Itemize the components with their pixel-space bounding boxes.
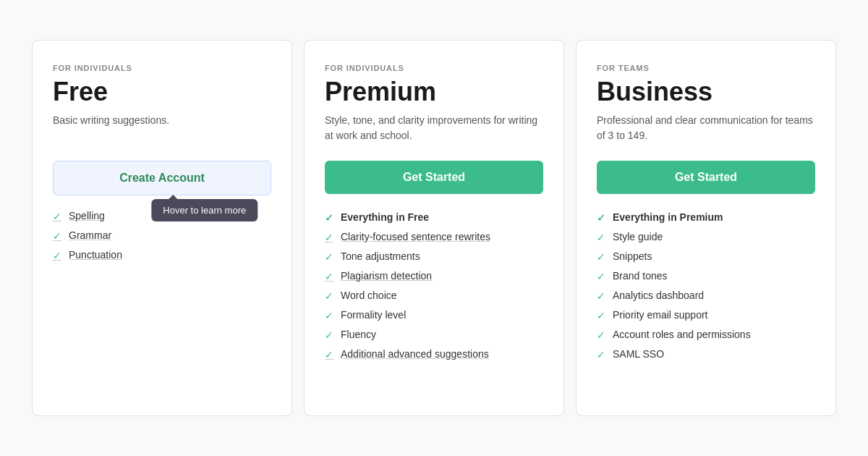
create-account-button[interactable]: Create Account xyxy=(53,161,271,195)
feature-text: Additional advanced suggestions xyxy=(341,348,489,360)
check-icon: ✓ xyxy=(325,251,333,263)
feature-item: ✓Word choice xyxy=(325,290,543,302)
check-icon: ✓ xyxy=(325,232,333,243)
feature-item: ✓Tone adjustments xyxy=(325,250,543,263)
feature-item: ✓Snippets xyxy=(597,250,815,263)
feature-text: Clarity-focused sentence rewrites xyxy=(341,231,490,242)
feature-item: ✓Style guide xyxy=(597,231,815,243)
feature-text: Spelling xyxy=(69,210,105,221)
plan-name: Premium xyxy=(325,77,543,107)
check-icon: ✓ xyxy=(325,290,333,302)
feature-item: ✓Grammar xyxy=(53,229,271,242)
feature-text: Punctuation xyxy=(69,249,122,261)
feature-text: Everything in Free xyxy=(341,211,429,223)
plan-audience: FOR TEAMS xyxy=(597,64,815,72)
check-icon: ✓ xyxy=(597,329,605,341)
feature-text: Everything in Premium xyxy=(613,211,723,223)
check-icon: ✓ xyxy=(325,329,333,341)
get-started-button-business[interactable]: Get Started xyxy=(597,161,815,194)
feature-item: ✓Brand tones xyxy=(597,270,815,282)
check-icon: ✓ xyxy=(325,212,333,224)
feature-text: Formality level xyxy=(341,309,406,321)
check-icon: ✓ xyxy=(597,290,605,302)
pricing-container: FOR INDIVIDUALSFreeBasic writing suggest… xyxy=(0,11,868,445)
check-icon: ✓ xyxy=(53,211,61,222)
feature-text: Plagiarism detection xyxy=(341,270,432,282)
get-started-button-premium[interactable]: Get Started xyxy=(325,161,543,194)
feature-text: Tone adjustments xyxy=(341,250,420,262)
check-icon: ✓ xyxy=(597,251,605,263)
plan-description: Style, tone, and clarity improvements fo… xyxy=(325,113,543,143)
feature-text: Account roles and permissions xyxy=(613,329,751,340)
plan-card-premium: FOR INDIVIDUALSPremiumStyle, tone, and c… xyxy=(304,40,564,416)
feature-item: ✓Plagiarism detection xyxy=(325,270,543,282)
feature-item: ✓Everything in Free xyxy=(325,211,543,224)
feature-item: ✓Clarity-focused sentence rewrites xyxy=(325,231,543,243)
feature-text: Priority email support xyxy=(613,309,708,321)
check-icon: ✓ xyxy=(53,250,61,261)
feature-item: ✓Priority email support xyxy=(597,309,815,321)
check-icon: ✓ xyxy=(597,232,605,243)
feature-text: Analytics dashboard xyxy=(613,290,704,301)
check-icon: ✓ xyxy=(325,349,333,360)
plan-card-free: FOR INDIVIDUALSFreeBasic writing suggest… xyxy=(32,40,292,416)
plan-audience: FOR INDIVIDUALS xyxy=(325,64,543,72)
plan-card-business: FOR TEAMSBusinessProfessional and clear … xyxy=(576,40,836,416)
check-icon: ✓ xyxy=(597,212,605,224)
feature-text: Grammar xyxy=(69,229,111,241)
feature-text: Word choice xyxy=(341,290,397,301)
feature-text: Brand tones xyxy=(613,270,668,282)
feature-item: ✓Analytics dashboard xyxy=(597,290,815,302)
feature-list: ✓Everything in Free✓Clarity-focused sent… xyxy=(325,211,543,360)
plan-description: Professional and clear communication for… xyxy=(597,113,815,143)
feature-item: ✓Fluency xyxy=(325,329,543,341)
plan-name: Free xyxy=(53,77,271,107)
check-icon: ✓ xyxy=(325,271,333,282)
feature-item: ✓SAML SSO xyxy=(597,348,815,360)
check-icon: ✓ xyxy=(325,310,333,321)
feature-text: Fluency xyxy=(341,329,376,340)
plan-name: Business xyxy=(597,77,815,107)
plan-description: Basic writing suggestions. xyxy=(53,113,271,143)
tooltip: Hover to learn more xyxy=(151,199,258,221)
check-icon: ✓ xyxy=(53,230,61,242)
feature-text: Snippets xyxy=(613,250,652,262)
plan-audience: FOR INDIVIDUALS xyxy=(53,64,271,72)
feature-text: SAML SSO xyxy=(613,348,664,360)
check-icon: ✓ xyxy=(597,310,605,321)
feature-item: ✓Additional advanced suggestions xyxy=(325,348,543,360)
feature-text: Style guide xyxy=(613,231,663,242)
check-icon: ✓ xyxy=(597,271,605,282)
feature-item: ✓Formality level xyxy=(325,309,543,321)
feature-list: ✓Everything in Premium✓Style guide✓Snipp… xyxy=(597,211,815,360)
feature-item: ✓Account roles and permissions xyxy=(597,329,815,341)
feature-item: ✓Everything in Premium xyxy=(597,211,815,224)
check-icon: ✓ xyxy=(597,349,605,360)
feature-item: ✓Punctuation xyxy=(53,249,271,261)
